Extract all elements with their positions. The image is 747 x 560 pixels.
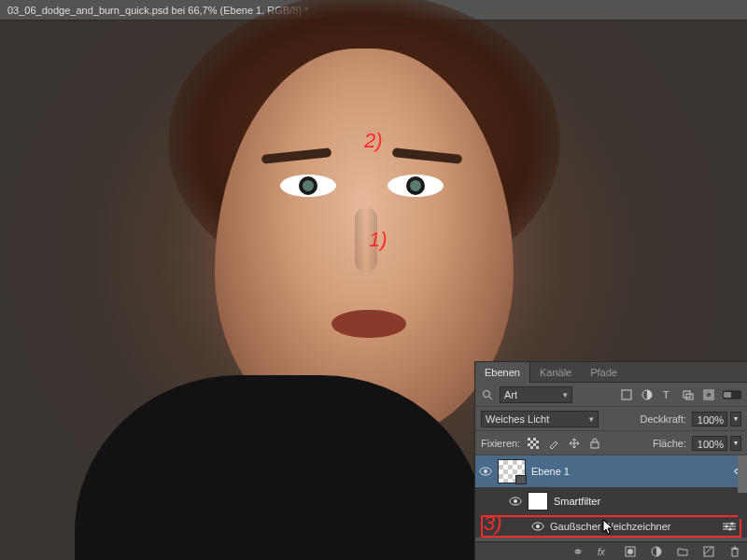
svg-point-29 bbox=[729, 528, 732, 531]
portrait-eye bbox=[280, 175, 336, 197]
svg-line-4 bbox=[489, 397, 492, 399]
filter-type-icon[interactable]: T bbox=[661, 388, 674, 401]
scrollbar-thumb[interactable] bbox=[738, 455, 747, 493]
delete-layer-icon[interactable] bbox=[728, 545, 741, 558]
fill-field[interactable]: 100% ▾ bbox=[692, 436, 741, 451]
blend-mode-value: Weiches Licht bbox=[486, 413, 549, 425]
mouse-cursor-icon bbox=[602, 519, 615, 536]
svg-rect-13 bbox=[724, 392, 731, 398]
layers-scrollbar[interactable] bbox=[738, 455, 747, 519]
smartfilters-row[interactable]: Smartfilter bbox=[475, 487, 747, 515]
panel-tabs: Ebenen Kanäle Pfade bbox=[475, 362, 747, 383]
fill-value[interactable]: 100% bbox=[692, 436, 727, 451]
adjustment-layer-icon[interactable] bbox=[650, 545, 663, 558]
svg-text:T: T bbox=[663, 389, 669, 400]
layer-mask-icon[interactable] bbox=[624, 545, 637, 558]
filter-shape-icon[interactable] bbox=[682, 388, 695, 401]
filter-kind-value: Art bbox=[504, 389, 517, 400]
visibility-eye-icon[interactable] bbox=[531, 522, 544, 531]
lock-brush-icon[interactable] bbox=[546, 436, 560, 450]
fill-label: Fläche: bbox=[653, 438, 686, 449]
filter-blend-options-icon[interactable] bbox=[723, 520, 736, 533]
portrait-eye bbox=[388, 175, 444, 197]
filter-kind-select[interactable]: Art ▾ bbox=[500, 386, 572, 403]
group-icon[interactable] bbox=[676, 545, 689, 558]
layer-name[interactable]: Ebene 1 bbox=[531, 466, 570, 477]
blend-mode-select[interactable]: Weiches Licht ▾ bbox=[481, 411, 599, 427]
tab-channels[interactable]: Kanäle bbox=[530, 362, 581, 383]
lock-position-icon[interactable] bbox=[567, 436, 581, 450]
filter-toggle-switch[interactable] bbox=[723, 388, 741, 401]
portrait-lips bbox=[331, 310, 406, 338]
filter-mask-thumbnail[interactable] bbox=[528, 492, 548, 511]
svg-point-21 bbox=[514, 499, 517, 503]
tab-paths[interactable]: Pfade bbox=[581, 362, 627, 383]
layer-row[interactable]: Ebene 1 bbox=[475, 455, 747, 487]
layer-thumbnail[interactable] bbox=[498, 459, 526, 483]
filter-adjust-icon[interactable] bbox=[641, 388, 654, 401]
svg-text:fx: fx bbox=[598, 547, 606, 557]
tab-layers[interactable]: Ebenen bbox=[475, 362, 530, 383]
svg-point-3 bbox=[484, 390, 490, 397]
filter-smart-icon[interactable] bbox=[702, 388, 715, 401]
annotation-3: 3) bbox=[484, 511, 502, 536]
layers-panel-footer: fx bbox=[475, 541, 747, 560]
link-layers-icon[interactable] bbox=[571, 545, 585, 558]
svg-rect-5 bbox=[622, 390, 631, 399]
chevron-down-icon: ▾ bbox=[589, 414, 594, 424]
search-icon[interactable] bbox=[481, 388, 494, 401]
chevron-down-icon[interactable]: ▾ bbox=[730, 436, 741, 451]
smartfilters-label: Smartfilter bbox=[554, 496, 600, 507]
svg-rect-34 bbox=[704, 547, 713, 556]
lock-all-icon[interactable] bbox=[587, 436, 601, 450]
visibility-eye-icon[interactable] bbox=[509, 497, 522, 506]
smart-object-badge-icon bbox=[515, 475, 527, 484]
svg-point-32 bbox=[627, 549, 633, 554]
panel-menu-icon[interactable] bbox=[732, 366, 747, 379]
lock-label: Fixieren: bbox=[481, 438, 520, 449]
lock-transparent-icon[interactable] bbox=[526, 436, 540, 450]
annotation-2: 2) bbox=[364, 129, 383, 153]
svg-rect-17 bbox=[591, 442, 599, 448]
svg-point-19 bbox=[484, 469, 487, 473]
annotation-1: 1) bbox=[369, 228, 388, 252]
visibility-eye-icon[interactable] bbox=[479, 467, 492, 476]
svg-rect-11 bbox=[706, 392, 712, 398]
opacity-label: Deckkraft: bbox=[640, 413, 686, 425]
chevron-down-icon: ▾ bbox=[563, 390, 568, 399]
svg-point-27 bbox=[731, 523, 734, 525]
svg-point-23 bbox=[536, 525, 540, 528]
filter-pixel-icon[interactable] bbox=[620, 388, 633, 401]
blend-row: Weiches Licht ▾ Deckkraft: 100% ▾ bbox=[475, 407, 747, 431]
layer-fx-icon[interactable]: fx bbox=[598, 545, 611, 558]
chevron-down-icon[interactable]: ▾ bbox=[730, 412, 741, 427]
opacity-value[interactable]: 100% bbox=[692, 412, 727, 427]
svg-point-28 bbox=[726, 525, 728, 528]
svg-rect-14 bbox=[528, 438, 539, 449]
opacity-field[interactable]: 100% ▾ bbox=[692, 412, 741, 427]
layer-filter-row: Art ▾ T bbox=[475, 383, 747, 407]
lock-row: Fixieren: Fläche: 100% ▾ bbox=[475, 431, 747, 455]
new-layer-icon[interactable] bbox=[702, 545, 715, 558]
